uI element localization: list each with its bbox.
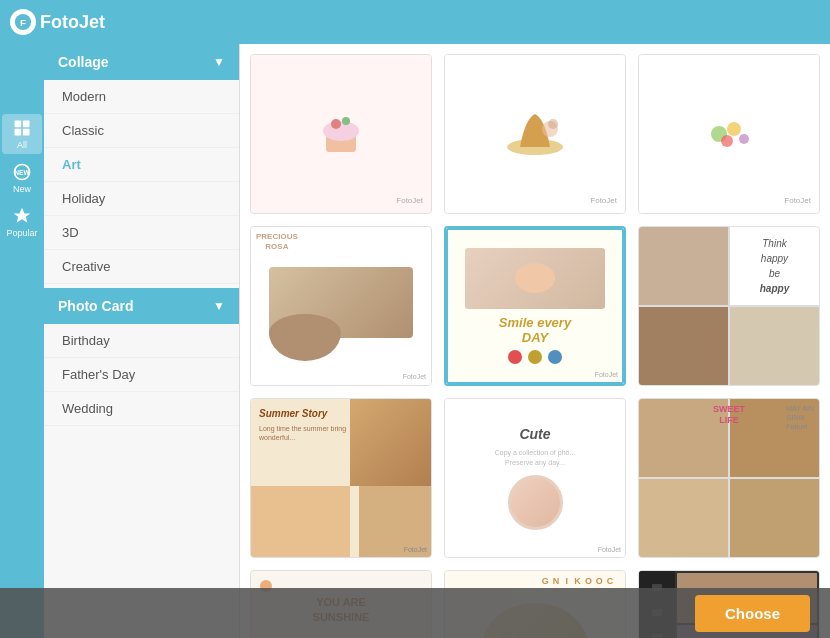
template-card-cupcake[interactable]: FotoJet: [250, 54, 432, 214]
svg-point-11: [342, 117, 350, 125]
sidebar: Collage ▼ Modern Classic Art Holiday 3D …: [44, 44, 240, 638]
template-card-cute[interactable]: Cute Copy a collection of pho...Preserve…: [444, 398, 626, 558]
app-wrapper: F FotoJet All NEW New Popular: [0, 0, 830, 638]
svg-point-10: [331, 119, 341, 129]
logo-icon: F: [10, 9, 36, 35]
sidebar-item-birthday[interactable]: Birthday: [44, 324, 239, 358]
new-label: New: [13, 184, 31, 194]
svg-point-18: [739, 134, 749, 144]
template-card-sweet-life[interactable]: SWEETLIFE MAY AINGRIMFabuel: [638, 398, 820, 558]
template-card-summer-story[interactable]: Summer Story Long time the summer bringw…: [250, 398, 432, 558]
svg-text:F: F: [20, 17, 26, 28]
all-label: All: [17, 140, 27, 150]
app-body: All NEW New Popular Collage ▼ Modern: [0, 44, 830, 638]
main-content: FotoJet FotoJet: [240, 44, 830, 638]
svg-point-16: [727, 122, 741, 136]
sidebar-item-classic[interactable]: Classic: [44, 114, 239, 148]
svg-text:NEW: NEW: [14, 169, 30, 176]
template-grid: FotoJet FotoJet: [250, 54, 820, 638]
sidebar-item-wedding[interactable]: Wedding: [44, 392, 239, 426]
collage-label: Collage: [58, 54, 109, 70]
bottom-bar: Choose: [0, 588, 830, 638]
template-card-hat[interactable]: FotoJet: [444, 54, 626, 214]
template-card-smile-day[interactable]: Smile everyDAY FotoJet: [444, 226, 626, 386]
svg-rect-5: [23, 129, 30, 136]
template-card-precious[interactable]: PRECIOUSROSA FotoJet: [250, 226, 432, 386]
svg-rect-2: [15, 121, 22, 128]
app-header: F FotoJet: [0, 0, 830, 44]
sidebar-item-3d[interactable]: 3D: [44, 216, 239, 250]
sidebar-item-all[interactable]: All: [2, 114, 42, 154]
svg-rect-3: [23, 121, 30, 128]
collage-section-header[interactable]: Collage ▼: [44, 44, 239, 80]
collage-arrow-icon: ▼: [213, 55, 225, 69]
template-card-fruit[interactable]: FotoJet: [638, 54, 820, 214]
svg-point-17: [721, 135, 733, 147]
photo-card-label: Photo Card: [58, 298, 133, 314]
svg-point-14: [548, 119, 558, 129]
photo-card-arrow-icon: ▼: [213, 299, 225, 313]
sidebar-item-popular[interactable]: Popular: [2, 202, 42, 242]
sidebar-item-new[interactable]: NEW New: [2, 158, 42, 198]
sidebar-item-fathers-day[interactable]: Father's Day: [44, 358, 239, 392]
icon-bar: All NEW New Popular: [0, 44, 44, 638]
sidebar-item-creative[interactable]: Creative: [44, 250, 239, 284]
sidebar-item-modern[interactable]: Modern: [44, 80, 239, 114]
app-logo-text: FotoJet: [40, 12, 105, 33]
photo-card-section-header[interactable]: Photo Card ▼: [44, 288, 239, 324]
popular-label: Popular: [6, 228, 37, 238]
svg-rect-4: [15, 129, 22, 136]
sidebar-item-art[interactable]: Art: [44, 148, 239, 182]
choose-button[interactable]: Choose: [695, 595, 810, 632]
template-card-think-happy[interactable]: Thinkhappybehappy: [638, 226, 820, 386]
sidebar-item-holiday[interactable]: Holiday: [44, 182, 239, 216]
